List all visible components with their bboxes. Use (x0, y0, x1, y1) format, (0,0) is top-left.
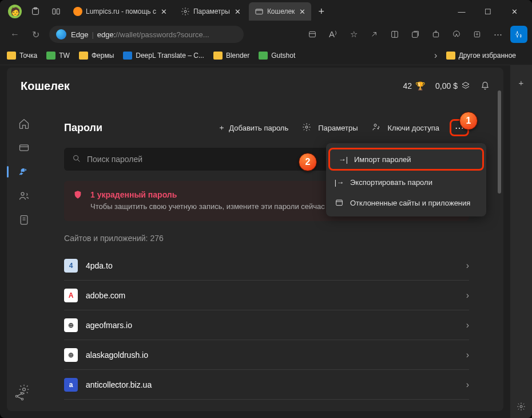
more-menu: →| Импорт паролей |→ Экспортировать паро… (326, 143, 486, 216)
close-button[interactable]: ✕ (501, 0, 527, 23)
downloads-icon[interactable] (467, 25, 487, 44)
close-icon[interactable]: ✕ (299, 7, 305, 16)
extensions-icon[interactable] (426, 25, 446, 44)
favorite-icon[interactable]: ☆ (343, 25, 364, 44)
wallet-header: Кошелек 42🏆 0,00 $ (7, 68, 503, 104)
folder-icon (7, 52, 16, 60)
annotation-2: 2 (299, 153, 317, 171)
bookmark-label: Gutshot (271, 52, 295, 60)
workspaces-icon[interactable] (30, 6, 41, 17)
nav-orders[interactable] (14, 210, 34, 230)
new-tab-button[interactable]: + (312, 6, 330, 18)
svg-line-30 (18, 394, 22, 396)
svg-point-4 (184, 10, 186, 13)
send-icon[interactable] (364, 25, 384, 44)
side-panel: + (510, 65, 532, 418)
bookmark-item[interactable]: Gutshot (259, 52, 295, 60)
back-button[interactable]: ← (5, 25, 25, 44)
cashback-amount: 0,00 $ (435, 81, 458, 90)
nav-home[interactable] (14, 113, 34, 134)
maximize-button[interactable]: ☐ (475, 0, 501, 23)
svg-rect-2 (53, 9, 55, 14)
collections-icon[interactable] (405, 25, 426, 44)
nav-cards[interactable] (14, 137, 34, 158)
svg-rect-9 (412, 32, 418, 37)
button-label: Параметры (318, 124, 358, 132)
tab-wallet[interactable]: Кошелек ✕ (249, 2, 312, 21)
add-password-button[interactable]: ＋Добавить пароль (218, 123, 288, 133)
notifications-button[interactable] (481, 81, 490, 90)
add-side-icon[interactable]: + (514, 76, 528, 89)
site-name: alaskagoldrush.io (86, 350, 148, 360)
svg-point-27 (15, 395, 17, 397)
tab-label: Кошелек (267, 7, 295, 15)
more-icon[interactable]: ⋯ (487, 25, 508, 44)
nav-personal[interactable] (14, 186, 34, 206)
address-bar: ← ↻ Edge | edge: //wallet/passwords?sour… (0, 23, 532, 46)
import-passwords-item[interactable]: →| Импорт паролей (328, 148, 484, 171)
split-icon[interactable] (384, 25, 405, 44)
button-label: Ключи доступа (388, 124, 439, 132)
site-row[interactable]: ⊕ alaskagoldrush.io › (64, 340, 469, 370)
svg-rect-3 (57, 9, 59, 14)
titlebar: 🧑 Lumpics.ru - помощь с ✕ Параметры ✕ Ко… (0, 0, 532, 23)
minimize-button[interactable]: — (448, 0, 475, 23)
chevron-right-icon[interactable]: › (426, 46, 446, 65)
bookmark-item[interactable]: Фермы (79, 52, 114, 60)
tab-lumpics[interactable]: Lumpics.ru - помощь с ✕ (68, 2, 173, 21)
close-icon[interactable]: ✕ (235, 7, 241, 16)
address-path: //wallet/passwords?source... (116, 30, 209, 39)
close-icon[interactable]: ✕ (161, 7, 167, 16)
address-input[interactable]: Edge | edge: //wallet/passwords?source..… (49, 26, 244, 43)
copilot-button[interactable] (510, 26, 527, 43)
other-bookmarks[interactable]: Другое избранное (446, 52, 516, 60)
page-title: Кошелек (21, 80, 70, 93)
search-placeholder: Поиск паролей (87, 155, 142, 164)
plus-icon: ＋ (218, 123, 225, 133)
nav-passwords[interactable] (14, 161, 34, 182)
site-row[interactable]: A adobe.com › (64, 281, 469, 310)
bookmark-item[interactable]: Точка (7, 52, 37, 60)
cashback-stat[interactable]: 0,00 $ (435, 81, 470, 92)
bookmark-item[interactable]: TW (46, 52, 70, 60)
tab-actions-icon[interactable] (50, 6, 62, 17)
side-settings-icon[interactable] (514, 400, 528, 413)
bookmark-item[interactable]: DeepL Translate – C... (123, 52, 204, 60)
export-passwords-item[interactable]: |→ Экспортировать пароли (326, 172, 486, 192)
svg-line-24 (78, 160, 80, 161)
read-aloud-icon[interactable]: A⁾ (323, 25, 343, 44)
site-row[interactable]: 4 4pda.to › (64, 251, 469, 281)
rewards-stat[interactable]: 42🏆 (403, 81, 425, 90)
site-row[interactable]: a anticollector.biz.ua › (64, 370, 469, 400)
wallet-icon (255, 7, 264, 16)
passkey-icon (372, 123, 384, 133)
chevron-right-icon: › (466, 261, 469, 271)
address-host: edge: (97, 30, 116, 39)
settings-button[interactable]: Параметры (302, 123, 358, 133)
performance-icon[interactable] (446, 25, 467, 44)
svg-rect-25 (336, 200, 343, 205)
folder-icon (446, 52, 455, 60)
site-name: adobe.com (86, 291, 125, 300)
declined-sites-item[interactable]: Отклоненные сайты и приложения (326, 192, 486, 213)
refresh-button[interactable]: ↻ (25, 25, 46, 44)
gear-icon (181, 7, 190, 16)
button-label: Добавить пароль (229, 124, 288, 132)
svg-rect-6 (309, 31, 316, 37)
tab-settings[interactable]: Параметры ✕ (175, 2, 247, 21)
profile-avatar[interactable]: 🧑 (8, 5, 22, 18)
site-favicon: a (64, 378, 78, 392)
search-icon (72, 154, 81, 165)
svg-point-16 (21, 192, 24, 195)
passkeys-button[interactable]: Ключи доступа (372, 123, 439, 133)
menu-label: Отклоненные сайты и приложения (350, 199, 470, 207)
bookmarks-bar: Точка TW Фермы DeepL Translate – C... Bl… (0, 46, 532, 65)
tab-label: Lumpics.ru - помощь с (86, 7, 156, 15)
svg-point-11 (435, 31, 437, 33)
bookmark-label: Фермы (92, 52, 114, 60)
share-icon[interactable] (14, 391, 25, 404)
bookmark-item[interactable]: Blender (213, 52, 249, 60)
site-row[interactable]: ⊕ ageofmars.io › (64, 310, 469, 340)
enter-icon[interactable] (302, 25, 323, 44)
scrollbar[interactable] (498, 90, 501, 194)
